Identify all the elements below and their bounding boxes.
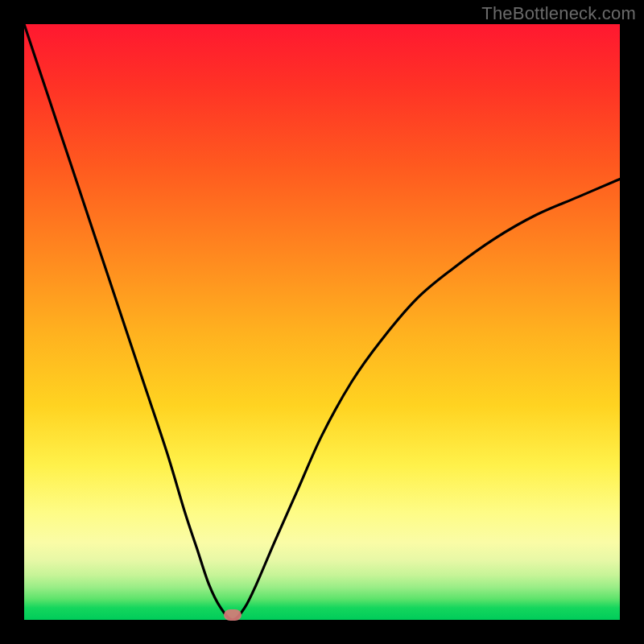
watermark-text: TheBottleneck.com bbox=[481, 3, 636, 24]
bottleneck-curve bbox=[24, 24, 620, 620]
plot-area bbox=[24, 24, 620, 620]
curve-svg bbox=[24, 24, 620, 620]
outer-frame: TheBottleneck.com bbox=[0, 0, 644, 644]
valley-marker bbox=[224, 609, 242, 621]
